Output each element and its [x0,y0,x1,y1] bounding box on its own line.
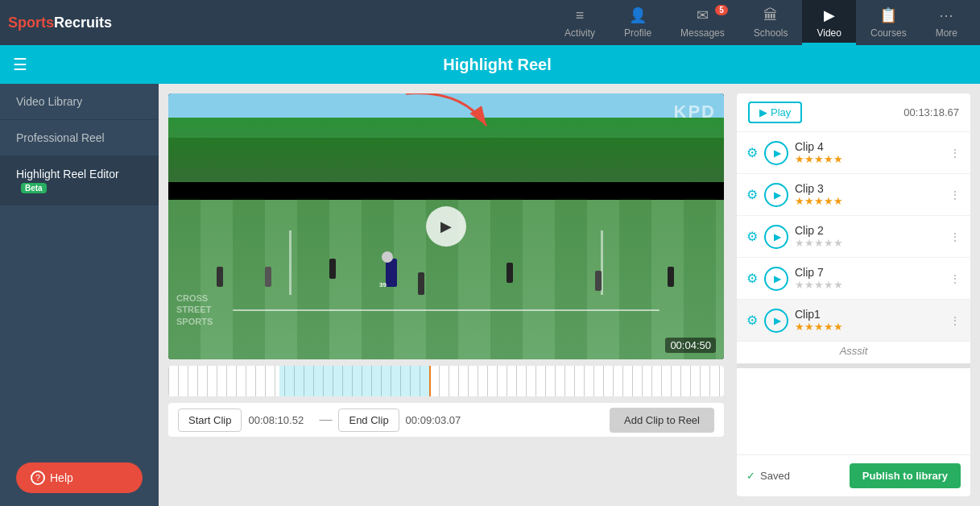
clip7-name: Clip 7 [795,266,943,279]
clip-row-3: ⚙ ▶ Clip 3 ★★★★★ ⋮ [737,174,970,216]
publish-button[interactable]: Publish to library [850,463,961,488]
saved-indicator: ✓ Saved [746,470,790,482]
clip-row-7: ⚙ ▶ Clip 7 ★★★★★ ⋮ [737,258,970,300]
clip-row-2: ⚙ ▶ Clip 2 ★★★★★ ⋮ [737,216,970,258]
clip1-tag: Asssit [737,342,970,360]
clip3-play-icon: ▶ [774,189,781,201]
content-area: 39 KPD CROSSSTREETSPORTS ▶ 00:04:50 [159,84,980,506]
messages-icon: ✉ [697,6,709,24]
nav-profile[interactable]: 👤 Profile [610,0,666,45]
video-icon: ▶ [824,6,835,24]
clip7-settings-icon[interactable]: ⚙ [746,271,758,286]
start-clip-button[interactable]: Start Clip [178,409,242,432]
nav-items: ≡ Activity 👤 Profile ✉ 5 Messages 🏛 Scho… [550,0,972,45]
clip7-drag-handle[interactable]: ⋮ [949,272,961,285]
sub-header: ☰ Highlight Reel [0,45,980,84]
panel-footer: ✓ Saved Publish to library [737,454,970,496]
nav-messages-label: Messages [680,27,725,39]
end-clip-button[interactable]: End Clip [338,409,399,432]
panel-play-icon: ▶ [759,106,767,118]
controls-bar: Start Clip 00:08:10.52 — End Clip 00:09:… [168,403,724,437]
activity-icon: ≡ [576,7,585,24]
clip2-play-button[interactable]: ▶ [764,225,788,249]
menu-icon[interactable]: ☰ [13,55,27,74]
nav-profile-label: Profile [624,27,651,39]
nav-video[interactable]: ▶ Video [802,0,855,45]
scroll-indicator [737,363,970,368]
logo[interactable]: SportsRecruits [8,15,112,31]
top-navigation: SportsRecruits ≡ Activity 👤 Profile ✉ 5 … [0,0,980,45]
clip4-drag-handle[interactable]: ⋮ [949,147,961,160]
clip1-settings-icon[interactable]: ⚙ [746,313,758,328]
main-layout: Video Library Professional Reel Highligh… [0,84,980,506]
nav-messages[interactable]: ✉ 5 Messages [666,0,739,45]
clip2-stars: ★★★★★ [795,237,943,249]
help-label: Help [50,471,73,484]
clip3-play-button[interactable]: ▶ [764,183,788,207]
video-timestamp: 00:04:50 [665,338,716,353]
more-icon: ⋯ [939,6,953,24]
time-separator: — [319,413,332,427]
clip3-stars: ★★★★★ [795,195,943,207]
clip1-info: Clip1 ★★★★★ [795,308,943,333]
end-time-value: 00:09:03.07 [406,414,470,426]
timeline[interactable] [168,366,724,396]
clip1-play-icon: ▶ [774,315,781,326]
clip-row-1: ⚙ ▶ Clip1 ★★★★★ ⋮ [737,300,970,342]
sidebar-highlight-reel-label: Highlight Reel Editor [16,168,119,180]
nav-schools[interactable]: 🏛 Schools [739,0,803,45]
clip2-settings-icon[interactable]: ⚙ [746,229,758,244]
clip2-play-icon: ▶ [774,231,781,243]
total-time-display: 00:13:18.67 [904,106,959,118]
clip7-play-icon: ▶ [774,273,781,284]
logo-sports: Sports [8,15,54,31]
nav-activity-label: Activity [564,27,595,39]
panel-header: ▶ Play 00:13:18.67 [737,93,970,132]
clip3-drag-handle[interactable]: ⋮ [949,189,961,201]
start-time-value: 00:08:10.52 [248,414,312,426]
clip7-info: Clip 7 ★★★★★ [795,266,943,291]
nav-courses[interactable]: 📋 Courses [856,0,921,45]
clip3-settings-icon[interactable]: ⚙ [746,187,758,202]
messages-badge: 5 [715,5,728,15]
clip1-stars: ★★★★★ [795,321,943,333]
sidebar-professional-reel-label: Professional Reel [16,131,105,144]
clip3-name: Clip 3 [795,182,943,195]
clip7-play-button[interactable]: ▶ [764,267,788,291]
nav-courses-label: Courses [870,27,907,39]
clip2-name: Clip 2 [795,224,943,237]
clip4-name: Clip 4 [795,140,943,153]
add-clip-button[interactable]: Add Clip to Reel [610,408,714,433]
panel-play-button[interactable]: ▶ Play [748,102,802,123]
clip1-drag-handle[interactable]: ⋮ [949,314,961,327]
courses-icon: 📋 [879,6,897,24]
sidebar-item-highlight-reel-editor[interactable]: Highlight Reel Editor Beta [0,156,159,205]
clip2-drag-handle[interactable]: ⋮ [949,230,961,243]
timeline-playhead[interactable] [429,366,431,396]
help-button[interactable]: ? Help [16,462,143,493]
clip-row-4: ⚙ ▶ Clip 4 ★★★★★ ⋮ [737,132,970,174]
clip4-settings-icon[interactable]: ⚙ [746,145,758,160]
video-play-button[interactable]: ▶ [426,206,466,247]
saved-check-icon: ✓ [746,470,755,482]
nav-schools-label: Schools [754,27,788,39]
logo-recruits: Recruits [54,15,112,31]
nav-video-label: Video [817,27,841,39]
clip4-play-button[interactable]: ▶ [764,141,788,165]
clip1-play-button[interactable]: ▶ [764,309,788,333]
saved-label: Saved [760,470,790,482]
video-player[interactable]: 39 KPD CROSSSTREETSPORTS ▶ 00:04:50 [168,93,724,359]
nav-more-label: More [936,27,957,39]
beta-badge: Beta [21,183,47,193]
clip4-info: Clip 4 ★★★★★ [795,140,943,165]
nav-activity[interactable]: ≡ Activity [550,0,610,45]
panel-play-label: Play [771,106,791,118]
help-circle-icon: ? [31,471,45,485]
sidebar-item-video-library[interactable]: Video Library [0,84,159,120]
watermark-bottom: CROSSSTREETSPORTS [176,292,213,327]
nav-more[interactable]: ⋯ More [921,0,972,45]
clip4-stars: ★★★★★ [795,153,943,165]
timeline-selection [279,366,429,396]
sidebar-item-professional-reel[interactable]: Professional Reel [0,120,159,156]
profile-icon: 👤 [629,6,647,24]
